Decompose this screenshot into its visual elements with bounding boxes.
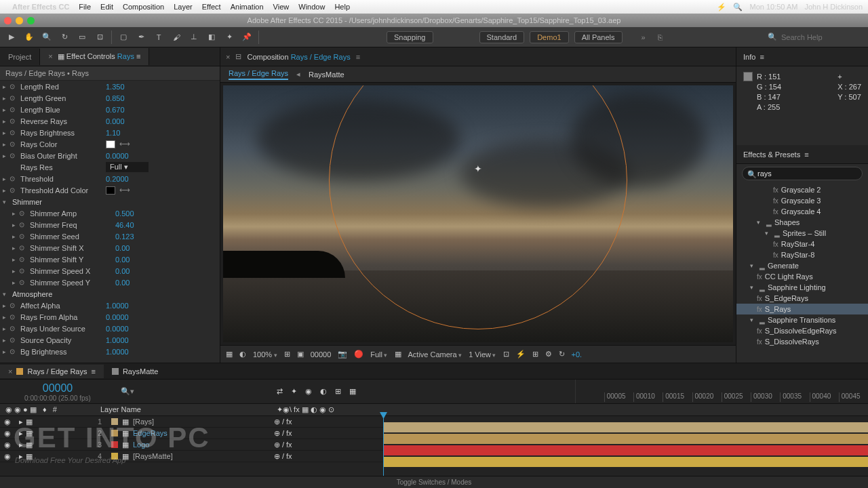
pixel-aspect-icon[interactable]: ⊡: [503, 350, 509, 359]
fx-param[interactable]: ▸⊙Shimmer Freq46.40: [0, 219, 220, 230]
user-name[interactable]: John H Dickinson: [804, 3, 863, 11]
menu-window[interactable]: Window: [298, 3, 325, 11]
nav-back-icon[interactable]: ◂: [296, 70, 300, 79]
pan-behind-icon[interactable]: ⊡: [94, 31, 106, 43]
fx-param[interactable]: ▸⊙Length Blue0.670: [0, 104, 220, 115]
app-name[interactable]: After Effects CC: [12, 3, 69, 11]
comp-mini-icon[interactable]: ⇄: [277, 387, 283, 396]
rect-tool-icon[interactable]: ▢: [117, 31, 130, 43]
fx-param[interactable]: ▸⊙Affect Alpha1.0000: [0, 300, 220, 311]
snapping-toggle[interactable]: Snapping: [387, 31, 433, 43]
fx-param[interactable]: ▸⊙Rays From Alpha0.0000: [0, 311, 220, 323]
fx-param[interactable]: ▸⊙Reverse Rays0.000: [0, 115, 220, 127]
workspace-standard[interactable]: Standard: [479, 31, 525, 43]
workspace-all[interactable]: All Panels: [574, 31, 623, 43]
presets-search-input[interactable]: [742, 167, 863, 180]
menu-effect[interactable]: Effect: [202, 3, 221, 11]
clone-tool-icon[interactable]: ⊥: [188, 31, 200, 43]
fx-param[interactable]: ▸⊙Shimmer Shift X0.00: [0, 242, 220, 253]
transparent-icon[interactable]: ▦: [395, 350, 401, 359]
puppet-tool-icon[interactable]: 📌: [241, 31, 253, 43]
zoom-dropdown[interactable]: 100%: [253, 350, 277, 359]
roto-tool-icon[interactable]: ✦: [223, 31, 235, 43]
brainstorm-icon[interactable]: ▦: [349, 387, 356, 396]
fx-param[interactable]: ▸⊙Bg Brightness1.0000: [0, 346, 220, 357]
preset-item[interactable]: fxCC Light Rays: [736, 271, 868, 282]
composition-viewer[interactable]: ✦: [223, 85, 733, 342]
text-tool-icon[interactable]: T: [153, 31, 165, 43]
resolution-dropdown[interactable]: Full: [370, 350, 387, 359]
preset-item[interactable]: ▾▂Generate: [736, 260, 868, 271]
fx-param[interactable]: ▸⊙Shimmer Speed Y0.00: [0, 277, 220, 288]
mask-icon[interactable]: ◐: [239, 350, 246, 359]
brush-tool-icon[interactable]: 🖌: [170, 31, 182, 43]
fx-param[interactable]: ▸⊙Length Green0.850: [0, 92, 220, 104]
fx-param[interactable]: ▸⊙Rays Brightness1.10: [0, 127, 220, 138]
preset-item[interactable]: fxRayStar-8: [736, 249, 868, 260]
menu-composition[interactable]: Composition: [123, 3, 164, 11]
menu-view[interactable]: View: [273, 3, 290, 11]
fast-preview-icon[interactable]: ⚡: [516, 350, 526, 359]
hand-tool-icon[interactable]: ✋: [23, 31, 35, 43]
pen-tool-icon[interactable]: ✒: [135, 31, 147, 43]
fx-param[interactable]: ▸⊙Rays Color⟷: [0, 138, 220, 150]
zoom-tool-icon[interactable]: 🔍: [41, 31, 53, 43]
tab-project[interactable]: Project: [0, 49, 40, 65]
timecode[interactable]: 00000 0:00:00:00 (25.00 fps): [0, 380, 115, 403]
fx-param[interactable]: ▸⊙Source Opacity1.0000: [0, 334, 220, 346]
timeline-tab-matte[interactable]: RaysMatte: [104, 365, 167, 378]
exposure[interactable]: +0.: [572, 350, 583, 359]
comp-nav-other[interactable]: RaysMatte: [309, 70, 344, 79]
clock[interactable]: Mon 10:50 AM: [749, 3, 797, 11]
timeline-layer[interactable]: ◉▸▦ 1▦[Rays] ⊕/fx: [0, 416, 868, 428]
rotate-tool-icon[interactable]: ↻: [58, 31, 71, 43]
region-icon[interactable]: ▣: [297, 350, 304, 359]
fx-param[interactable]: ▸⊙Shimmer Seed0.123: [0, 230, 220, 242]
menu-edit[interactable]: Edit: [100, 3, 113, 11]
reset-exp-icon[interactable]: ↻: [559, 350, 565, 359]
motion-blur-icon[interactable]: ◐: [320, 387, 327, 396]
preset-item[interactable]: ▾▂Sapphire Transitions: [736, 314, 868, 325]
frame-blend-icon[interactable]: ◉: [305, 387, 312, 396]
comp-flow-icon[interactable]: ⊟: [235, 52, 241, 61]
timeline-tab-main[interactable]: ×Rays / Edge Rays ≡: [0, 365, 104, 378]
fx-group[interactable]: ▾Atmosphere: [0, 288, 220, 300]
fx-param[interactable]: ▸⊙Bias Outer Bright0.0000: [0, 150, 220, 161]
info-panel-header[interactable]: Info ≡: [736, 47, 868, 66]
preset-item[interactable]: fxRayStar-4: [736, 239, 868, 249]
preset-item[interactable]: fxS_Rays: [736, 304, 868, 314]
traffic-lights[interactable]: [4, 17, 35, 24]
fx-param[interactable]: Rays ResFull ▾: [0, 161, 220, 173]
preset-item[interactable]: ▾▂Sprites – Still: [736, 228, 868, 239]
fx-group[interactable]: ▾Shimmer: [0, 196, 220, 207]
tab-effect-controls[interactable]: × ▦ Effect Controls Rays ≡: [40, 48, 149, 65]
preset-item[interactable]: fxS_DissolveRays: [736, 336, 868, 347]
view-dropdown[interactable]: 1 View: [469, 350, 496, 359]
wifi-icon[interactable]: ⚡: [717, 3, 726, 12]
presets-panel-header[interactable]: Effects & Presets ≡: [736, 145, 868, 164]
toggle-switches[interactable]: Toggle Switches / Modes: [0, 476, 868, 488]
comp-nav-active[interactable]: Rays / Edge Rays: [229, 69, 288, 80]
fx-param[interactable]: ▸⊙Rays Under Source0.0000: [0, 323, 220, 334]
sync-icon[interactable]: ⎘: [658, 33, 663, 41]
preset-item[interactable]: ▾▂Sapphire Lighting: [736, 282, 868, 293]
graph-icon[interactable]: ⊞: [335, 387, 341, 396]
help-search-input[interactable]: [781, 33, 863, 41]
snapshot-icon[interactable]: 📷: [338, 350, 347, 359]
menu-file[interactable]: File: [79, 3, 91, 11]
menu-animation[interactable]: Animation: [231, 3, 264, 11]
fx-param[interactable]: ▸⊙Shimmer Amp0.500: [0, 207, 220, 219]
preset-item[interactable]: fxS_EdgeRays: [736, 293, 868, 304]
search-icon[interactable]: 🔍: [733, 3, 743, 12]
res-icon[interactable]: ⊞: [284, 350, 290, 359]
fx-param[interactable]: ▸⊙Threshold Add Color⟷: [0, 184, 220, 196]
flowchart-icon[interactable]: ⚙: [545, 350, 552, 359]
camera-tool-icon[interactable]: ▭: [76, 31, 88, 43]
preset-item[interactable]: fxS_DissolveEdgeRays: [736, 325, 868, 336]
channel-icon[interactable]: 🔴: [354, 350, 363, 359]
effect-gizmo-center[interactable]: ✦: [474, 163, 482, 174]
comp-menu-icon[interactable]: ≡: [356, 53, 360, 61]
time-ruler[interactable]: 0000500010000150002000025000300003500040…: [575, 380, 869, 403]
preset-item[interactable]: ▾▂Shapes: [736, 217, 868, 228]
fx-param[interactable]: ▸⊙Threshold0.2000: [0, 173, 220, 184]
